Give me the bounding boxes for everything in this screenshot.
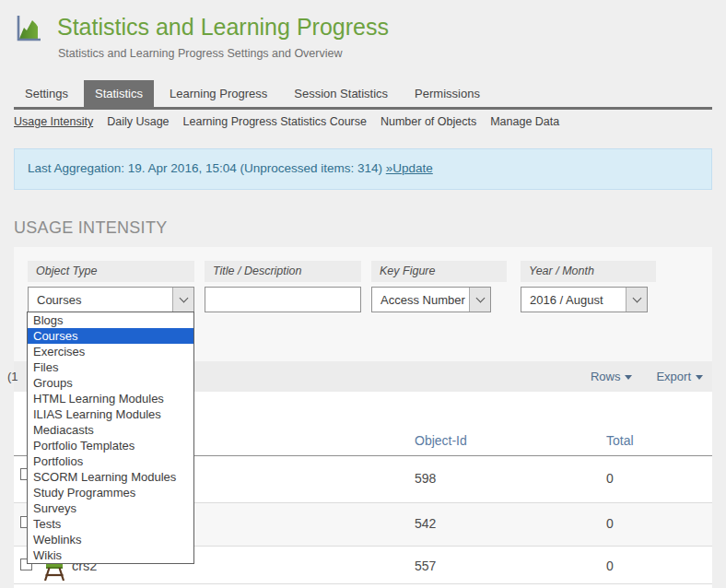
- key-figure-select-arrow[interactable]: [469, 288, 490, 312]
- filter-label-year-month: Year / Month: [521, 261, 656, 282]
- page-header: Statistics and Learning Progress Statist…: [11, 11, 712, 66]
- dropdown-option[interactable]: Study Programmes: [28, 485, 193, 500]
- subtab-bar: Usage Intensity Daily Usage Learning Pro…: [14, 115, 712, 128]
- tab-bar: Settings Statistics Learning Progress Se…: [14, 80, 712, 110]
- object-type-selected-value: Courses: [29, 293, 172, 307]
- total-cell: 0: [606, 471, 614, 486]
- filter-label-title-description: Title / Description: [205, 261, 361, 282]
- year-month-select-arrow[interactable]: [626, 288, 647, 312]
- dropdown-option[interactable]: Weblinks: [28, 532, 193, 547]
- caret-down-icon: [625, 375, 632, 380]
- object-type-select[interactable]: Courses: [28, 287, 194, 312]
- tab-permissions[interactable]: Permissions: [404, 80, 491, 107]
- chevron-down-icon: [632, 294, 641, 303]
- toolbar-links: Rows Export: [591, 361, 703, 392]
- tab-statistics[interactable]: Statistics: [84, 80, 154, 107]
- page-subtitle: Statistics and Learning Progress Setting…: [58, 47, 343, 60]
- dropdown-option[interactable]: HTML Learning Modules: [28, 391, 193, 406]
- aggregation-info-banner: Last Aggregation: 19. Apr 2016, 15:04 (U…: [14, 148, 712, 190]
- dropdown-option[interactable]: Portfolio Templates: [28, 438, 193, 453]
- tab-settings[interactable]: Settings: [14, 80, 79, 107]
- pagination-text: (1: [7, 370, 18, 383]
- tab-session-statistics[interactable]: Session Statistics: [283, 80, 399, 107]
- dropdown-option[interactable]: Mediacasts: [28, 422, 193, 438]
- dropdown-option[interactable]: Tests: [28, 516, 193, 532]
- subtab-usage-intensity[interactable]: Usage Intensity: [14, 115, 93, 128]
- key-figure-selected-value: Access Number: [372, 293, 469, 307]
- object-type-select-arrow[interactable]: [172, 288, 193, 312]
- dropdown-option[interactable]: ILIAS Learning Modules: [28, 406, 193, 422]
- page-title: Statistics and Learning Progress: [57, 14, 389, 41]
- aggregation-info-text: Last Aggregation: 19. Apr 2016, 15:04 (U…: [28, 161, 386, 175]
- export-label: Export: [656, 370, 691, 383]
- column-header-total[interactable]: Total: [606, 433, 634, 448]
- dropdown-option[interactable]: Portfolios: [28, 453, 193, 469]
- total-cell: 0: [606, 516, 614, 531]
- title-description-field-wrap: [205, 287, 361, 312]
- dropdown-option-selected[interactable]: Courses: [28, 328, 193, 344]
- section-heading: USAGE INTENSITY: [14, 218, 168, 238]
- dropdown-option[interactable]: Files: [28, 359, 193, 375]
- subtab-daily-usage[interactable]: Daily Usage: [107, 115, 169, 128]
- tab-learning-progress[interactable]: Learning Progress: [158, 80, 278, 107]
- object-id-cell: 557: [415, 559, 436, 573]
- object-type-dropdown-list: Blogs Courses Exercises Files Groups HTM…: [27, 312, 194, 564]
- rows-label: Rows: [591, 370, 621, 383]
- title-description-input[interactable]: [205, 288, 360, 312]
- dropdown-option[interactable]: Wikis: [28, 547, 193, 563]
- chevron-down-icon: [179, 294, 188, 303]
- subtab-lp-statistics-course[interactable]: Learning Progress Statistics Course: [183, 115, 367, 128]
- subtab-number-of-objects[interactable]: Number of Objects: [381, 115, 476, 128]
- dropdown-option[interactable]: Surveys: [28, 500, 193, 516]
- key-figure-select[interactable]: Access Number: [371, 287, 491, 312]
- chevron-down-icon: [475, 294, 485, 303]
- object-id-cell: 542: [415, 516, 436, 531]
- dropdown-option[interactable]: SCORM Learning Modules: [28, 469, 193, 485]
- dropdown-option[interactable]: Blogs: [28, 312, 193, 328]
- caret-down-icon: [696, 375, 703, 380]
- update-link[interactable]: »Update: [386, 161, 433, 175]
- column-header-object-id[interactable]: Object-Id: [415, 433, 467, 448]
- total-cell: 0: [606, 559, 614, 573]
- filter-label-object-type: Object Type: [28, 261, 194, 282]
- dropdown-option[interactable]: Groups: [28, 375, 193, 391]
- export-dropdown-button[interactable]: Export: [656, 370, 703, 383]
- dropdown-option[interactable]: Exercises: [28, 344, 193, 359]
- object-id-cell: 598: [415, 471, 436, 486]
- year-month-select[interactable]: 2016 / August: [521, 287, 648, 312]
- rows-dropdown-button[interactable]: Rows: [591, 370, 633, 383]
- statistics-page: Statistics and Learning Progress Statist…: [0, 0, 726, 588]
- year-month-selected-value: 2016 / August: [521, 293, 626, 307]
- subtab-manage-data[interactable]: Manage Data: [490, 115, 559, 128]
- statistics-chart-icon: [11, 13, 44, 46]
- filter-label-key-figure: Key Figure: [371, 261, 507, 282]
